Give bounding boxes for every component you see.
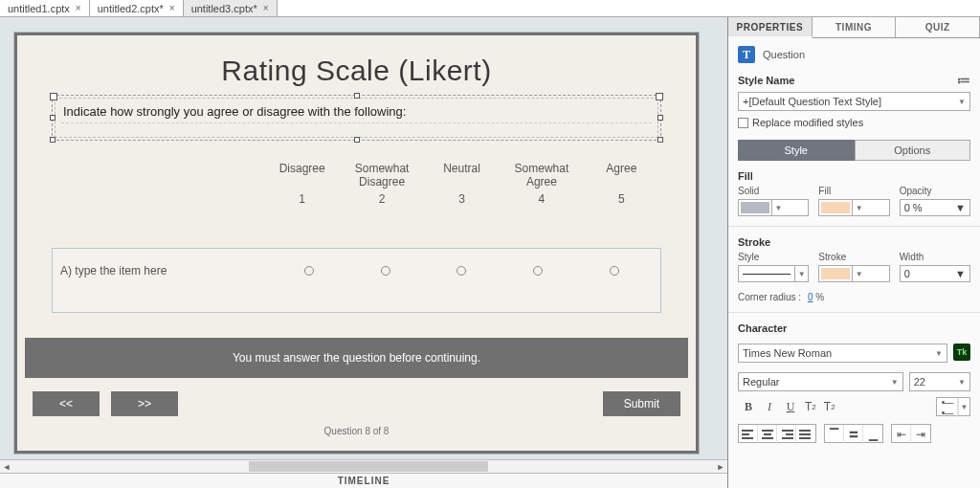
align-justify-button[interactable]: [796, 425, 815, 444]
doc-tab-1[interactable]: untitled1.cptx ×: [0, 0, 90, 16]
corner-radius-value[interactable]: 0: [808, 292, 813, 302]
horizontal-align-group: [738, 424, 816, 443]
underline-button[interactable]: U: [780, 397, 801, 416]
vertical-align-group: ▔ 〓 ▁: [824, 424, 883, 443]
timeline-panel-header[interactable]: TIMELINE: [0, 473, 727, 488]
scale-header: SomewhatDisagree: [342, 162, 421, 189]
scale-header: Neutral: [422, 162, 501, 189]
chevron-down-icon: ▼: [958, 398, 969, 415]
question-counter: Question 8 of 8: [25, 426, 688, 436]
style-menu-icon[interactable]: ≔: [957, 73, 970, 88]
prev-button[interactable]: <<: [33, 391, 100, 416]
align-center-button[interactable]: [758, 425, 777, 444]
stroke-color-label: Stroke: [818, 252, 889, 262]
list-style-dropdown[interactable]: •—•— ▼: [936, 397, 970, 416]
radio-option[interactable]: [304, 266, 314, 276]
stroke-style-dropdown[interactable]: ▼: [738, 265, 809, 282]
typekit-icon[interactable]: Tk: [953, 344, 970, 361]
canvas-area: Rating Scale (Likert) Indicate how stron…: [0, 17, 727, 488]
align-left-button[interactable]: [739, 425, 758, 444]
doc-tab-label: untitled3.cptx*: [191, 3, 257, 14]
scale-number-row: 1 2 3 4 5: [52, 192, 661, 206]
likert-item-row[interactable]: A) type the item here: [52, 248, 661, 313]
validation-message[interactable]: You must answer the question before cont…: [25, 338, 688, 378]
chevron-down-icon: ▼: [852, 266, 865, 281]
indent-group: ⇤ ⇥: [891, 424, 931, 443]
scale-header: Agree: [582, 162, 661, 189]
italic-button[interactable]: I: [759, 397, 780, 416]
close-icon[interactable]: ×: [169, 3, 175, 13]
align-bottom-button[interactable]: ▁: [863, 425, 882, 444]
chevron-down-icon: ▼: [935, 349, 943, 358]
submit-button[interactable]: Submit: [603, 391, 680, 416]
chevron-down-icon: ▼: [955, 268, 966, 279]
indent-decrease-button[interactable]: ⇤: [892, 425, 911, 444]
question-title[interactable]: Rating Scale (Likert): [25, 55, 688, 87]
align-middle-button[interactable]: 〓: [844, 425, 863, 444]
scale-num: 1: [262, 192, 342, 206]
chevron-down-icon: ▼: [794, 266, 808, 281]
radio-option[interactable]: [610, 266, 619, 276]
close-icon[interactable]: ×: [263, 3, 269, 13]
scale-num: 4: [501, 192, 581, 206]
horizontal-scrollbar[interactable]: ◄ ►: [0, 459, 727, 473]
fill-type-dropdown[interactable]: ▼: [738, 199, 809, 216]
radio-option[interactable]: [381, 266, 390, 276]
radio-option[interactable]: [533, 266, 543, 276]
indent-increase-button[interactable]: ⇥: [911, 425, 930, 444]
fill-color-label: Fill: [818, 186, 889, 196]
slide-stage[interactable]: Rating Scale (Likert) Indicate how stron…: [14, 33, 699, 454]
doc-tab-2[interactable]: untitled2.cptx* ×: [90, 0, 184, 16]
scrollbar-thumb[interactable]: [249, 461, 488, 472]
stroke-style-label: Style: [738, 252, 809, 262]
chevron-down-icon: ▼: [891, 378, 899, 387]
chevron-down-icon: ▼: [771, 200, 785, 215]
scale-num: 5: [582, 192, 661, 206]
doc-tab-label: untitled1.cptx: [8, 3, 70, 14]
chevron-down-icon: ▼: [955, 202, 966, 213]
style-name-value: +[Default Question Text Style]: [743, 96, 881, 107]
replace-styles-checkbox[interactable]: Replace modified styles: [738, 117, 970, 128]
subtab-style[interactable]: Style: [738, 140, 855, 161]
align-top-button[interactable]: ▔: [825, 425, 844, 444]
font-family-dropdown[interactable]: Times New Roman▼: [738, 344, 947, 363]
font-weight-dropdown[interactable]: Regular▼: [738, 372, 903, 391]
character-section-label: Character: [738, 322, 970, 334]
item-label[interactable]: A) type the item here: [60, 264, 271, 277]
scale-header: SomewhatAgree: [501, 162, 581, 189]
scale-header-row: Disagree SomewhatDisagree Neutral Somewh…: [52, 162, 661, 189]
scroll-left-icon[interactable]: ◄: [0, 460, 13, 473]
doc-tab-3[interactable]: untitled3.cptx* ×: [184, 0, 278, 16]
font-size-input[interactable]: 22▼: [909, 372, 970, 391]
superscript-button[interactable]: T2: [801, 397, 820, 416]
radio-option[interactable]: [457, 266, 466, 276]
close-icon[interactable]: ×: [76, 3, 81, 13]
stroke-width-label: Width: [900, 252, 970, 262]
chevron-down-icon: ▼: [958, 378, 966, 387]
scroll-right-icon[interactable]: ►: [714, 460, 727, 473]
checkbox-icon: [738, 118, 748, 128]
stroke-color-picker[interactable]: ▼: [818, 265, 889, 282]
opacity-input[interactable]: 0 %▼: [900, 199, 970, 216]
fill-color-picker[interactable]: ▼: [818, 199, 889, 216]
opacity-label: Opacity: [900, 186, 970, 196]
subtab-options[interactable]: Options: [855, 140, 971, 161]
selected-text-object[interactable]: Indicate how strongly you agree or disag…: [52, 95, 661, 141]
doc-tab-label: untitled2.cptx*: [98, 3, 164, 14]
scale-num: 3: [422, 192, 501, 206]
next-button[interactable]: >>: [111, 391, 178, 416]
tab-properties[interactable]: PROPERTIES: [728, 17, 813, 38]
tab-timing[interactable]: TIMING: [813, 17, 897, 37]
replace-styles-label: Replace modified styles: [752, 117, 863, 128]
document-tabstrip: untitled1.cptx × untitled2.cptx* × untit…: [0, 0, 980, 17]
stroke-width-input[interactable]: 0▼: [900, 265, 970, 282]
scale-header: Disagree: [262, 162, 342, 189]
style-name-dropdown[interactable]: +[Default Question Text Style] ▼: [738, 92, 970, 111]
question-prompt[interactable]: Indicate how strongly you agree or disag…: [61, 102, 652, 123]
style-name-label: Style Name: [738, 75, 794, 86]
subscript-button[interactable]: T2: [820, 397, 839, 416]
bold-button[interactable]: B: [738, 397, 759, 416]
chevron-down-icon: ▼: [852, 200, 865, 215]
align-right-button[interactable]: [777, 425, 796, 444]
tab-quiz[interactable]: QUIZ: [896, 17, 980, 37]
